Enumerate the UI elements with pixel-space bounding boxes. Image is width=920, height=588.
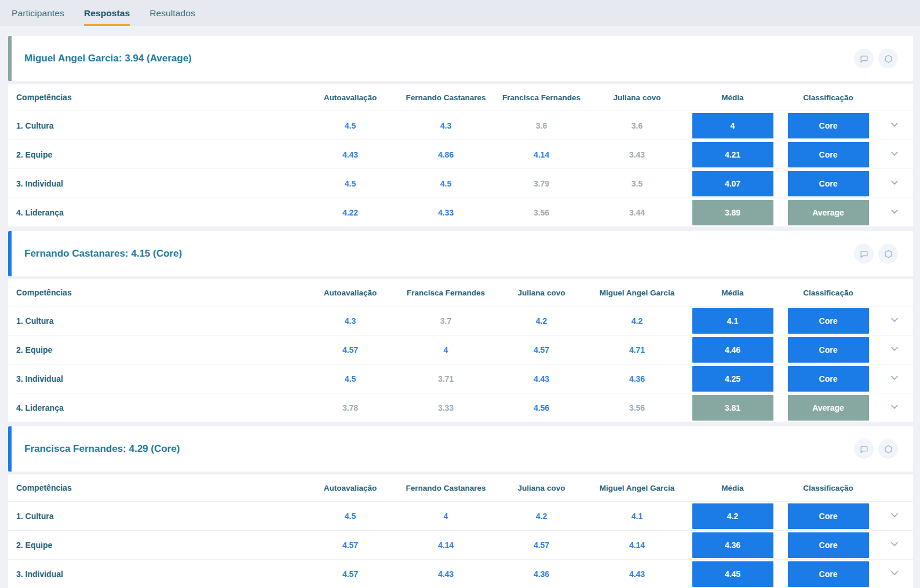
expand-row-button[interactable] — [886, 536, 903, 554]
table-row: 1. Cultura4.544.24.14.2Core — [8, 501, 913, 530]
score-cell: 3.56 — [494, 208, 589, 217]
column-header-classificacao: Classificação — [780, 288, 876, 297]
tab-participantes[interactable]: Participantes — [12, 0, 64, 26]
table-header-row: CompetênciasAutoavaliaçãoFernando Castan… — [8, 84, 913, 111]
score-cell: 4.3 — [398, 121, 494, 130]
column-header-media: Média — [685, 288, 780, 297]
classification-badge: Core — [788, 113, 869, 138]
expand-cell — [876, 370, 913, 388]
score-cell: 3.44 — [589, 208, 685, 217]
table-row: 4. Liderança4.224.333.563.443.89Average — [8, 198, 913, 227]
tab-respostas[interactable]: Respostas — [84, 0, 130, 26]
table-row: 3. Individual4.574.434.364.434.45Core — [8, 559, 913, 588]
table-header-row: CompetênciasAutoavaliaçãoFrancisca Ferna… — [8, 279, 913, 306]
expand-row-button[interactable] — [886, 204, 903, 221]
classification-cell: Core — [780, 561, 876, 587]
expand-row-button[interactable] — [886, 370, 903, 388]
score-cell: 3.79 — [494, 179, 589, 188]
media-cell: 4.21 — [685, 142, 780, 167]
score-cell: 3.33 — [398, 403, 494, 412]
column-header-evaluator: Autoavaliação — [302, 93, 398, 102]
main: Miguel Angel Garcia: 3.94 (Average)Compe… — [0, 26, 920, 588]
media-badge: 3.89 — [692, 200, 773, 225]
column-header-media: Média — [685, 484, 780, 492]
classification-cell: Core — [780, 308, 876, 334]
expand-row-button[interactable] — [886, 341, 903, 359]
column-header-evaluator: Autoavaliação — [302, 288, 398, 297]
media-badge: 4.36 — [692, 532, 773, 558]
evaluation-section: Miguel Angel Garcia: 3.94 (Average)Compe… — [8, 36, 913, 227]
comment-button[interactable] — [854, 49, 874, 68]
tab-resultados[interactable]: Resultados — [149, 0, 195, 26]
column-header-media: Média — [685, 93, 780, 102]
comment-button[interactable] — [854, 439, 874, 459]
score-cell: 4.3 — [302, 316, 398, 326]
score-cell: 3.6 — [589, 121, 685, 130]
classification-badge: Core — [788, 532, 869, 558]
media-cell: 4.46 — [685, 337, 780, 363]
chevron-down-icon — [888, 205, 901, 220]
table-row: 1. Cultura4.54.33.63.64Core — [8, 111, 913, 140]
evaluation-section: Fernando Castanares: 4.15 (Core)Competên… — [8, 231, 913, 422]
hexagon-button[interactable] — [878, 244, 898, 264]
expand-cell — [876, 146, 913, 163]
score-cell: 3.78 — [302, 403, 398, 412]
expand-row-button[interactable] — [886, 117, 903, 134]
hexagon-icon — [884, 54, 893, 64]
score-cell: 4.5 — [302, 121, 398, 130]
chevron-down-icon — [888, 342, 901, 357]
expand-row-button[interactable] — [886, 507, 903, 525]
score-cell: 4.2 — [589, 316, 685, 326]
competency-label: 3. Individual — [8, 374, 302, 384]
score-cell: 4.5 — [302, 179, 398, 188]
expand-row-button[interactable] — [886, 175, 903, 192]
media-cell: 3.81 — [685, 395, 780, 421]
column-header-classificacao: Classificação — [780, 484, 876, 492]
expand-cell — [876, 175, 913, 192]
expand-row-button[interactable] — [886, 146, 903, 163]
column-header-evaluator: Miguel Angel Garcia — [589, 484, 685, 492]
score-cell: 4.86 — [398, 150, 494, 159]
score-cell: 4.2 — [494, 512, 589, 521]
expand-row-button[interactable] — [886, 565, 903, 583]
score-cell: 4.5 — [398, 179, 494, 188]
column-header-evaluator: Francisca Fernandes — [398, 288, 494, 297]
media-badge: 4.46 — [692, 337, 773, 363]
classification-badge: Core — [788, 337, 869, 363]
media-badge: 4.45 — [692, 561, 773, 587]
score-cell: 4.5 — [302, 374, 398, 384]
column-header-evaluator: Autoavaliação — [302, 484, 398, 492]
comment-button[interactable] — [854, 244, 874, 264]
chevron-down-icon — [888, 371, 901, 386]
competency-label: 4. Liderança — [8, 208, 302, 217]
score-cell: 4.22 — [302, 208, 398, 217]
classification-cell: Core — [780, 113, 876, 138]
expand-cell — [876, 565, 913, 583]
competency-label: 1. Cultura — [8, 512, 302, 521]
score-cell: 4.36 — [494, 569, 589, 579]
expand-row-button[interactable] — [886, 312, 903, 330]
column-header-evaluator: Juliana covo — [494, 288, 589, 297]
column-header-competencias: Competências — [8, 93, 302, 102]
media-cell: 4.25 — [685, 366, 780, 392]
media-badge: 4.07 — [692, 171, 773, 196]
expand-row-button[interactable] — [886, 399, 903, 417]
score-cell: 4.43 — [494, 374, 589, 384]
chevron-down-icon — [888, 118, 901, 133]
classification-cell: Core — [780, 366, 876, 392]
column-header-evaluator: Fernando Castanares — [398, 93, 494, 102]
score-cell: 4.5 — [302, 512, 398, 521]
score-cell: 4.57 — [494, 540, 589, 550]
score-cell: 4.43 — [589, 569, 685, 579]
tab-bar: ParticipantesRespostasResultados — [0, 0, 920, 26]
score-cell: 3.56 — [589, 403, 685, 412]
media-cell: 4.1 — [685, 308, 780, 334]
table-row: 2. Equipe4.434.864.143.434.21Core — [8, 140, 913, 169]
evaluation-section: Francisca Fernandes: 4.29 (Core)Competên… — [8, 426, 913, 588]
competency-label: 1. Cultura — [8, 316, 302, 326]
score-cell: 4.14 — [494, 150, 589, 159]
hexagon-button[interactable] — [878, 49, 898, 68]
column-header-evaluator: Juliana covo — [494, 484, 589, 492]
hexagon-button[interactable] — [878, 439, 898, 459]
classification-badge: Core — [788, 561, 869, 587]
